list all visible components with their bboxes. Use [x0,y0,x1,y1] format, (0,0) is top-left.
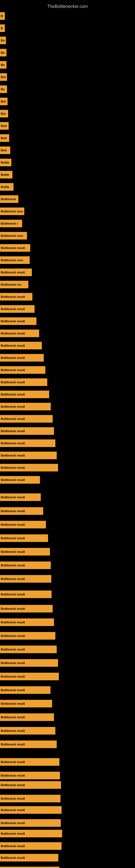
bar-label-66: Bottleneck result [1,844,25,848]
bar-65[interactable]: Bottleneck result [0,830,62,837]
bar-55[interactable]: Bottleneck result [0,700,52,707]
bar-label-24: Bottleneck result [1,295,25,299]
bar-49[interactable]: Bottleneck result [0,618,54,626]
bar-27[interactable]: Bottleneck result [0,330,39,337]
bar-14[interactable]: Bottle [0,171,12,179]
bar-24[interactable]: Bottleneck result [0,293,32,301]
bar-2[interactable]: B [0,24,5,32]
bar-47[interactable]: Bottleneck result [0,590,52,598]
bar-30[interactable]: Bottleneck result [0,366,45,374]
bar-label-51: Bottleneck result [1,648,25,651]
bar-item-25: Bottleneck result [0,305,35,313]
bar-label-58: Bottleneck result [1,743,25,746]
bar-62[interactable]: Bottleneck result [0,795,60,802]
bar-50[interactable]: Bottleneck result [0,632,55,640]
bar-item-13: Bottle [0,159,11,166]
bar-63[interactable]: Bottleneck result [0,806,61,814]
bar-40[interactable]: Bottleneck result [0,493,41,501]
bar-56[interactable]: Bottleneck result [0,713,54,721]
bar-12[interactable]: Bott [0,147,10,154]
bar-item-34: Bottleneck result [0,415,53,423]
bar-18[interactable]: Bottleneck r [0,220,22,227]
bar-53[interactable]: Bottleneck result [0,673,59,680]
bar-37[interactable]: Bottleneck result [0,452,57,459]
bar-label-35: Bottleneck result [1,429,25,433]
bar-label-2: B [1,27,3,30]
bar-8[interactable]: Bot [0,98,8,105]
bar-57[interactable]: Bottleneck result [0,727,55,735]
bar-item-24: Bottleneck result [0,293,32,301]
bar-11[interactable]: Bott [0,134,9,142]
bar-19[interactable]: Bottleneck resu [0,232,27,240]
bar-61[interactable]: Bottleneck result [0,781,61,789]
bar-31[interactable]: Bottleneck result [0,378,47,386]
bar-42[interactable]: Bottleneck result [0,521,46,528]
bar-label-42: Bottleneck result [1,523,25,526]
bar-33[interactable]: Bottleneck result [0,403,51,410]
bar-44[interactable]: Bottleneck result [0,548,50,556]
bar-label-18: Bottleneck r [1,222,18,225]
bar-20[interactable]: Bottleneck result [0,244,30,252]
bar-22[interactable]: Bottleneck result [0,269,32,276]
bar-46[interactable]: Bottleneck result [0,575,51,583]
bar-28[interactable]: Bottleneck result [0,342,42,349]
bar-label-23: Bottleneck res [1,283,21,286]
bar-item-12: Bott [0,147,10,154]
bar-5[interactable]: Bo [0,61,6,69]
bar-51[interactable]: Bottleneck result [0,646,57,653]
bar-item-46: Bottleneck result [0,575,51,583]
bar-6[interactable]: Bot [0,73,7,81]
bar-label-65: Bottleneck result [1,832,25,835]
bar-17[interactable]: Bottleneck resu [0,208,24,215]
bar-45[interactable]: Bottleneck result [0,561,51,569]
bar-32[interactable]: Bottleneck result [0,391,49,398]
bar-item-41: Bottleneck result [0,507,43,515]
bar-39[interactable]: Bottleneck result [0,476,40,484]
bar-item-18: Bottleneck r [0,220,22,227]
bar-label-48: Bottleneck result [1,607,25,610]
bar-label-25: Bottleneck result [1,307,25,311]
bar-59[interactable]: Bottleneck result [0,758,59,766]
bar-26[interactable]: Bottleneck result [0,317,37,325]
bar-52[interactable]: Bottleneck result [0,659,58,667]
bar-13[interactable]: Bottle [0,159,11,166]
bar-label-7: Bo [1,88,5,91]
bar-item-31: Bottleneck result [0,378,47,386]
bar-16[interactable]: Bottleneck [0,195,18,203]
bar-36[interactable]: Bottleneck result [0,439,55,447]
bar-10[interactable]: Bott [0,122,9,130]
bar-23[interactable]: Bottleneck res [0,281,28,288]
bar-29[interactable]: Bottleneck result [0,354,44,362]
bar-label-46: Bottleneck result [1,577,25,581]
bar-4[interactable]: Bo [0,49,6,56]
bar-67[interactable]: Bottleneck result [0,854,58,862]
bar-34[interactable]: Bottleneck result [0,415,53,423]
bar-54[interactable]: Bottleneck result [0,686,50,694]
bar-21[interactable]: Bottleneck resu [0,256,30,264]
bar-3[interactable]: Bo [0,37,6,44]
bar-38[interactable]: Bottleneck result [0,464,58,471]
bar-1[interactable]: B [0,12,5,20]
bar-7[interactable]: Bo [0,86,7,93]
bar-43[interactable]: Bottleneck result [0,534,48,542]
bar-64[interactable]: Bottleneck result [0,819,61,827]
bar-label-10: Bott [1,124,7,127]
bar-item-43: Bottleneck result [0,534,48,542]
bar-item-63: Bottleneck result [0,806,61,814]
bar-item-60: Bottleneck result [0,772,60,779]
bar-item-58: Bottleneck result [0,741,57,748]
bar-label-53: Bottleneck result [1,675,25,678]
bar-58[interactable]: Bottleneck result [0,741,57,748]
bar-68[interactable]: Bottleneck result [0,867,59,868]
bar-41[interactable]: Bottleneck result [0,507,43,515]
bar-label-63: Bottleneck result [1,808,25,812]
bar-48[interactable]: Bottleneck result [0,605,53,613]
bar-35[interactable]: Bottleneck result [0,427,54,435]
bar-25[interactable]: Bottleneck result [0,305,35,313]
bar-9[interactable]: Bot [0,110,8,118]
bar-15[interactable]: Bottle [0,183,13,191]
bar-item-23: Bottleneck res [0,281,28,288]
bar-item-14: Bottle [0,171,12,179]
bar-60[interactable]: Bottleneck result [0,772,60,779]
bar-66[interactable]: Bottleneck result [0,842,61,850]
